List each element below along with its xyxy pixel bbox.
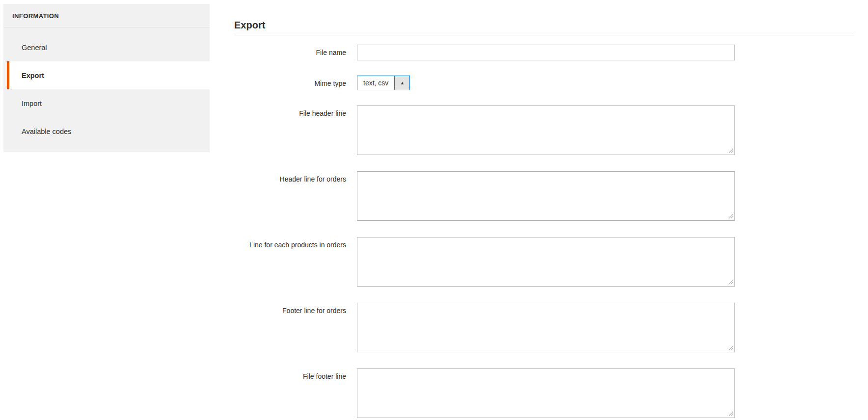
footer-line-orders-label: Footer line for orders [234, 303, 357, 352]
sidebar-nav-list: General Export Import Available codes [3, 27, 210, 152]
form-row-file-header-line: File header line [234, 105, 854, 155]
sidebar-item-label: General [22, 44, 47, 52]
form-row-mime-type: Mime type text, csv ▲ [234, 76, 854, 90]
sidebar-item-export[interactable]: Export [7, 61, 210, 89]
footer-line-orders-textarea[interactable] [357, 303, 735, 352]
chevron-up-icon[interactable]: ▲ [394, 76, 409, 90]
file-header-line-textarea[interactable] [357, 105, 735, 155]
sidebar-item-label: Available codes [22, 128, 71, 135]
settings-sidebar: INFORMATION General Export Import Availa… [3, 4, 210, 152]
export-form: File name Mime type text, csv ▲ File hea… [234, 35, 854, 418]
sidebar-item-import[interactable]: Import [3, 89, 210, 117]
sidebar-item-label: Import [22, 100, 42, 107]
sidebar-item-general[interactable]: General [3, 33, 210, 61]
sidebar-item-available-codes[interactable]: Available codes [3, 117, 210, 145]
page-title: Export [234, 20, 854, 35]
form-row-footer-line-orders: Footer line for orders [234, 303, 854, 352]
sidebar-item-label: Export [22, 72, 44, 79]
line-each-product-label: Line for each products in orders [234, 237, 357, 287]
resize-handle-icon[interactable] [729, 345, 733, 350]
form-row-line-each-product: Line for each products in orders [234, 237, 854, 287]
textarea-container [357, 303, 735, 352]
file-footer-line-textarea[interactable] [357, 368, 735, 418]
mime-type-selected-value: text, csv [357, 76, 394, 90]
file-header-line-label: File header line [234, 105, 357, 155]
form-row-file-name: File name [234, 45, 854, 60]
resize-handle-icon[interactable] [729, 280, 733, 285]
textarea-container [357, 171, 735, 221]
textarea-container [357, 368, 735, 418]
mime-type-label: Mime type [234, 76, 357, 90]
sidebar-section-title: INFORMATION [3, 4, 210, 27]
textarea-container [357, 105, 735, 155]
resize-handle-icon[interactable] [729, 411, 733, 416]
file-footer-line-label: File footer line [234, 368, 357, 418]
file-name-label: File name [234, 45, 357, 60]
file-name-input[interactable] [357, 45, 735, 60]
line-each-product-textarea[interactable] [357, 237, 735, 287]
textarea-container [357, 237, 735, 287]
form-row-header-line-orders: Header line for orders [234, 171, 854, 221]
header-line-orders-textarea[interactable] [357, 171, 735, 221]
resize-handle-icon[interactable] [729, 148, 733, 153]
resize-handle-icon[interactable] [729, 214, 733, 219]
header-line-orders-label: Header line for orders [234, 171, 357, 221]
form-row-file-footer-line: File footer line [234, 368, 854, 418]
export-settings-panel: Export File name Mime type text, csv ▲ F… [234, 0, 854, 418]
mime-type-select[interactable]: text, csv ▲ [357, 76, 410, 90]
